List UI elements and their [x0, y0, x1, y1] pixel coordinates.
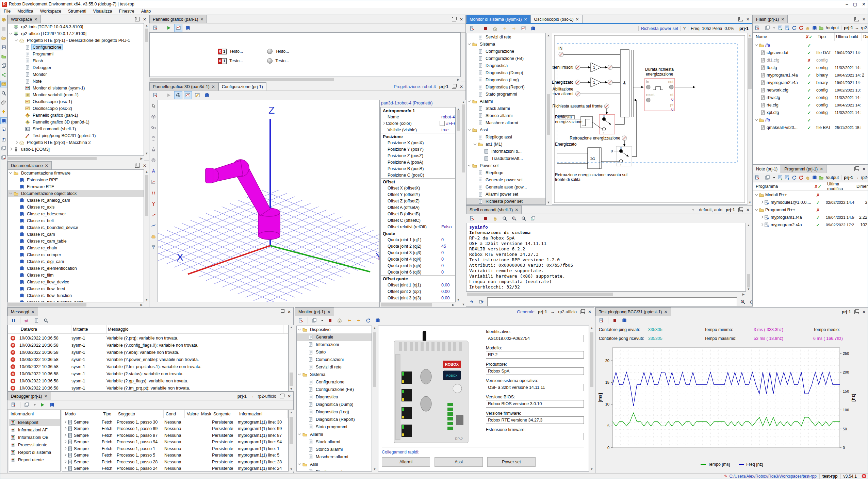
- monitor-tree-item[interactable]: Allarmi: [297, 431, 372, 438]
- expander-icon[interactable]: [64, 421, 66, 424]
- vertical-scrollbar[interactable]: ▲▼: [289, 325, 294, 391]
- vertical-scrollbar[interactable]: ▲▼: [589, 326, 594, 472]
- box-button[interactable]: [149, 113, 158, 121]
- search-minus-button[interactable]: [520, 214, 528, 222]
- home-button[interactable]: [335, 316, 344, 325]
- sysmon-tree-item[interactable]: Maschere allarmi: [466, 119, 545, 126]
- expander-icon[interactable]: [9, 172, 12, 175]
- launcher-book-button[interactable]: [1, 118, 7, 124]
- launcher-new-doc-button[interactable]: [1, 26, 7, 32]
- sysmon-tree-item[interactable]: Servizi di rete: [466, 33, 545, 40]
- horizontal-scrollbar[interactable]: ◀▶: [466, 292, 746, 297]
- expander-icon[interactable]: [64, 454, 66, 457]
- panel-close-icon[interactable]: ✕: [862, 310, 866, 314]
- launcher-save-button[interactable]: [1, 44, 7, 50]
- vertical-scrollbar[interactable]: ▲▼: [372, 326, 377, 472]
- help-badge[interactable]: ?: [681, 26, 686, 31]
- scroll-up-arrow[interactable]: ▲: [589, 326, 594, 330]
- sysmon-tree-item[interactable]: ax1 (M1): [466, 141, 545, 148]
- tab-documentazione[interactable]: Documentazione✕: [7, 161, 52, 169]
- tab-close-icon[interactable]: ✕: [515, 208, 518, 212]
- flash-col-check[interactable]: ✗✓: [804, 33, 816, 41]
- workspace-tree-item[interactable]: Configurazione: [8, 44, 144, 51]
- sysmon-tree-item[interactable]: Richiesta power set: [466, 198, 545, 205]
- copy-button[interactable]: [765, 174, 770, 182]
- monitor-tree-item[interactable]: Servizi di rete: [297, 363, 372, 371]
- flash-row[interactable]: myprogram2.r4a✓binary19/04/2021 14:10:36: [753, 79, 868, 86]
- launcher-attach-button[interactable]: [1, 99, 7, 105]
- doc-new-button[interactable]: [755, 174, 760, 182]
- panel-close-icon[interactable]: ✕: [143, 163, 146, 168]
- funnel-button[interactable]: [149, 243, 158, 251]
- expander-icon[interactable]: [755, 44, 758, 47]
- launcher-folder-green-button[interactable]: [1, 53, 7, 60]
- workspace-tree-item[interactable]: Debugger: [8, 64, 144, 71]
- monitor-tree-item[interactable]: Diagnostica (Dump): [297, 401, 372, 408]
- message-row[interactable]: ✕10/03/2022 10:36:58sysm-1Variabile (?.c…: [8, 342, 288, 349]
- chart-button[interactable]: [520, 24, 528, 33]
- scroll-right-arrow[interactable]: ▶: [139, 156, 144, 161]
- tab-monitor[interactable]: Monitor (prj-1)✕: [295, 308, 334, 316]
- digital-display[interactable]: 01: [218, 49, 227, 54]
- property-section[interactable]: Posizione: [381, 133, 455, 140]
- horizontal-scrollbar[interactable]: ◀▶: [7, 302, 144, 307]
- expander-icon[interactable]: [755, 194, 758, 196]
- scroll-down-arrow[interactable]: ▼: [372, 467, 377, 472]
- message-row[interactable]: ✕10/03/2022 10:36:58sysm-1Variabile (?.p…: [8, 334, 288, 342]
- workspace-tree-item[interactable]: Note: [8, 78, 144, 85]
- expander-icon[interactable]: [468, 100, 471, 103]
- documentazione-tree-item[interactable]: Classe rc_crimper: [8, 251, 144, 258]
- property-row[interactable]: Offset A (offsetA): [381, 204, 455, 211]
- sysmon-tree-item[interactable]: Configurazione: [466, 48, 545, 55]
- expander-icon[interactable]: [64, 441, 66, 443]
- property-row[interactable]: Colore (color)#FFFFFF: [381, 120, 455, 127]
- tab-close-icon[interactable]: ✕: [212, 84, 215, 89]
- property-row[interactable]: Posizione X (posX): [381, 139, 455, 146]
- scroll-right-arrow[interactable]: ▶: [456, 77, 461, 82]
- documentazione-tree-item[interactable]: Classe rc_axis: [8, 204, 144, 211]
- expander-icon[interactable]: [760, 201, 763, 204]
- scroll-up-arrow[interactable]: ▲: [461, 100, 466, 104]
- copy-button[interactable]: [765, 24, 770, 32]
- copy-button[interactable]: [23, 401, 31, 409]
- launcher-bolt-button[interactable]: [1, 109, 7, 115]
- monitor-tree-item[interactable]: Sistema: [297, 371, 372, 378]
- flash-row[interactable]: network.cfg✓config19/02/2021 13:39:46: [753, 86, 868, 94]
- debugger-col-header[interactable]: Sorgente: [212, 410, 237, 418]
- boxes-button[interactable]: [149, 123, 158, 132]
- field-value[interactable]: RP-2: [486, 351, 584, 359]
- documentazione-tree-item[interactable]: Documentazione object block: [8, 190, 144, 197]
- panel-close-icon[interactable]: ✕: [460, 17, 463, 22]
- scrollbar-thumb[interactable]: [145, 29, 148, 42]
- lamp-indicator[interactable]: [267, 58, 273, 64]
- property-section[interactable]: Offset quote: [381, 275, 455, 282]
- expander-icon[interactable]: [298, 373, 301, 376]
- menu-workspace[interactable]: Workspace: [37, 8, 65, 15]
- workspace-tree-item[interactable]: Flash: [8, 57, 144, 64]
- scroll-up-arrow[interactable]: ▲: [289, 410, 294, 415]
- debugger-col-header[interactable]: Modo: [64, 410, 101, 418]
- workspace-tree-item[interactable]: Progetto RTE (prj-3) - Macchina 2: [8, 139, 144, 146]
- expander-icon[interactable]: [474, 143, 476, 146]
- undock-icon[interactable]: [452, 85, 456, 89]
- tab-close-icon[interactable]: ✕: [524, 17, 527, 22]
- property-row[interactable]: Posizione Z (posZ): [381, 152, 455, 159]
- flash-row[interactable]: /fa✓: [753, 42, 868, 49]
- doc-new-button[interactable]: [10, 401, 18, 409]
- flash-row[interactable]: qmakeall-vs20...✓file BAT25/11/2021 15:5…: [753, 124, 868, 131]
- property-row[interactable]: Offset X (offsetX): [381, 185, 455, 191]
- flash-col-header[interactable]: Tipo: [816, 33, 835, 41]
- property-row[interactable]: Nomerobot-4: [381, 114, 455, 120]
- monitor-tree-item[interactable]: Diagnostica (Log): [297, 408, 372, 416]
- tab-workspace[interactable]: Workspace✕: [7, 15, 41, 23]
- programmi-col-check[interactable]: ✗✓: [813, 182, 825, 191]
- scroll-down-arrow[interactable]: ▼: [144, 297, 149, 302]
- documentazione-tree-item[interactable]: Documentazione firmware: [8, 170, 144, 177]
- sysmon-tree-item[interactable]: Storico allarmi: [466, 112, 545, 119]
- arrow-left-button[interactable]: [501, 24, 509, 33]
- expander-icon[interactable]: [468, 129, 471, 131]
- scroll-up-arrow[interactable]: ▲: [144, 169, 149, 174]
- programmi-col-header[interactable]: Programma: [754, 182, 814, 191]
- monitor-tree-item[interactable]: Stack allarmi: [297, 438, 372, 446]
- eraser-button[interactable]: [23, 316, 31, 325]
